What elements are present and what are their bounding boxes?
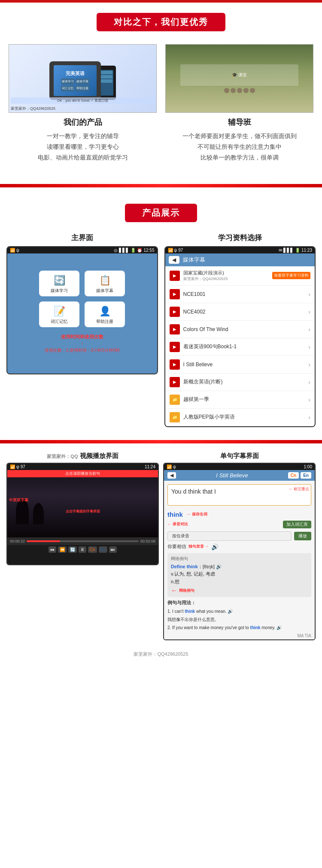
define-v: v.认为, 想, 记起, 考虑 bbox=[171, 570, 308, 578]
save-annot: ← 保存生词 bbox=[187, 512, 208, 517]
word-row: think ← 保存生词 bbox=[164, 509, 315, 520]
red-divider-1 bbox=[0, 184, 322, 187]
media-study-icon[interactable]: 🔄 媒体学习 bbox=[39, 271, 79, 296]
list-chevron-8: › bbox=[308, 414, 310, 421]
solo-annot: 独句发音 → bbox=[188, 544, 209, 549]
subtitle-main-text-box: You d think that I ← 标注重点 bbox=[167, 484, 311, 506]
media-study-label: 媒体学习 bbox=[51, 288, 68, 293]
video-player-body: 点击顶部播放当前句 点击左边播上一句 点击右边播下一句 随意复读控制 中英双字幕 bbox=[7, 470, 158, 564]
our-product-point1: 一对一教学，更专注的辅导 bbox=[9, 131, 157, 142]
list-label-6: 新概念英语(片断) bbox=[183, 378, 223, 386]
list-item-7-left: 📁 越狱第一季 bbox=[170, 395, 209, 405]
usage-annot: 使用时间和使用次数 bbox=[12, 334, 153, 340]
help-label: 帮助注册 bbox=[96, 319, 113, 324]
main-statusbar: 📶 ψ ◎ ▋▋▋ 🔋 ⏰ 12:55 bbox=[7, 247, 157, 253]
ctrl-refresh-btn[interactable]: 🔄 bbox=[68, 546, 77, 553]
list-icon-2: ▶ bbox=[170, 307, 180, 317]
ctrl-back-btn[interactable]: ⏪ bbox=[58, 546, 67, 553]
list-item-0[interactable]: ▶ 国家宝藏(片段演示) 家里家外：QQ429620525 海量双字幕学习资料 bbox=[165, 266, 315, 286]
subtitle-statusbar: 📶 ψ 1:00 bbox=[164, 464, 315, 470]
list-label-8: 人教版PEP版小学英语 bbox=[183, 413, 235, 421]
video-statusbar: 📶 ψ 97 11:24 bbox=[7, 464, 158, 470]
list-item-4[interactable]: ▶ 着迷英语900句Book1-1 › bbox=[165, 338, 315, 356]
cn-text-content: 你要相信 bbox=[167, 543, 186, 550]
list-topbar: ◀ 媒体字幕 bbox=[165, 253, 315, 266]
subtitle-phone-screen: 📶 ψ 1:00 ◀ I Still Believe Cn En bbox=[163, 463, 316, 640]
en-btn[interactable]: En bbox=[301, 472, 311, 479]
list-item-2[interactable]: ▶ NCE4002 › bbox=[165, 303, 315, 321]
add-vocab-btn[interactable]: 加入词汇库 bbox=[283, 521, 311, 528]
help-register-icon[interactable]: 👤 帮助注册 bbox=[85, 301, 125, 327]
showcase-row: 主界面 📶 ψ ◎ ▋▋▋ 🔋 ⏰ 12:55 🔄 bbox=[6, 233, 316, 427]
list-icon-3: ▶ bbox=[170, 324, 180, 335]
media-subtitle-label: 媒体字幕 bbox=[96, 288, 113, 293]
list-chevron-1: › bbox=[308, 291, 310, 298]
material-time: 11:23 bbox=[301, 248, 312, 253]
list-item-2-left: ▶ NCE4002 bbox=[170, 307, 206, 317]
list-label-3: Colors Of The Wind bbox=[183, 326, 228, 332]
ctrl-prev-btn[interactable]: ⏮ bbox=[49, 546, 56, 553]
ctrl-next-btn[interactable]: ⏭ bbox=[109, 546, 117, 553]
example-1-num: 1. bbox=[167, 609, 171, 614]
material-mail-icon: ✉ bbox=[279, 248, 282, 253]
help-symbol: 👤 bbox=[87, 306, 123, 317]
list-item-8-left: 📁 人教版PEP版小学英语 bbox=[170, 412, 235, 422]
video-top-annot: 点击顶部播放当前句 bbox=[7, 470, 158, 477]
main-phone-screen: 📶 ψ ◎ ▋▋▋ 🔋 ⏰ 12:55 🔄 媒体学习 bbox=[6, 246, 158, 374]
list-item-7[interactable]: 📁 越狱第一季 › bbox=[165, 391, 315, 409]
compare-annot: ← 录音对比 bbox=[167, 521, 188, 527]
video-time-display: 11:24 bbox=[145, 464, 155, 469]
list-icon-8: 📁 bbox=[170, 412, 180, 422]
list-item-6[interactable]: ▶ 新概念英语(片断) › bbox=[165, 374, 315, 391]
tablet-screen: 完美英语 媒体学习 媒体字幕 词汇记忆 帮助注册 bbox=[54, 65, 97, 96]
record-row: 按住录音 播放 bbox=[164, 530, 315, 542]
list-back-btn[interactable]: ◀ bbox=[169, 256, 179, 264]
media-subtitle-icon[interactable]: 📋 媒体字幕 bbox=[85, 271, 125, 296]
list-chevron-3: › bbox=[308, 326, 310, 333]
comparison-row: 完美英语 媒体学习 媒体字幕 词汇记忆 帮助注册 bbox=[9, 44, 313, 163]
list-screen-body: ◀ 媒体字幕 ▶ 国家宝藏(片段演示) 家里家外：QQ429620525 海量双… bbox=[165, 253, 315, 426]
mark-annot: ← 标注重点 bbox=[289, 486, 309, 492]
net-label: 网络例句 bbox=[171, 556, 308, 562]
list-item-3[interactable]: ▶ Colors Of The Wind › bbox=[165, 321, 315, 338]
cn-btn[interactable]: Cn bbox=[288, 472, 299, 479]
record-btn[interactable]: 按住录音 bbox=[167, 531, 292, 541]
demo-section: 家里家外：QQ 视频播放界面 📶 ψ 97 11:24 点击顶部播放当前句 点击… bbox=[0, 448, 322, 649]
ctrl-pause-btn[interactable]: ⏸ bbox=[79, 546, 86, 553]
list-item-1[interactable]: ▶ NCE1001 › bbox=[165, 286, 315, 303]
progress-bar[interactable] bbox=[27, 540, 139, 542]
bilingual-annot: 中英双字幕 bbox=[9, 497, 28, 503]
our-product-title: 我们的产品 bbox=[9, 117, 157, 127]
vocab-memory-icon[interactable]: 📝 词汇记忆 bbox=[39, 301, 79, 327]
tutoring-point2: 不可能让所有学生的注意力集中 bbox=[165, 142, 313, 152]
save-vocab-row: ← 录音对比 加入词汇库 bbox=[164, 520, 315, 530]
material-statusbar-icons: ✉ ▋▋▋ 🔋 11:23 bbox=[279, 248, 312, 253]
list-item-8[interactable]: 📁 人教版PEP版小学英语 › bbox=[165, 409, 315, 426]
list-item-5[interactable]: ▶ I Still Believe › bbox=[165, 356, 315, 374]
material-battery: 🔋 bbox=[295, 248, 300, 253]
subtitle-time: 1:00 bbox=[304, 464, 312, 469]
list-highlight-0: 海量双字幕学习资料 bbox=[272, 272, 310, 279]
subtitle-back-btn[interactable]: ◀ bbox=[167, 472, 176, 479]
tutoring-point3: 比较单一的教学方法，很单调 bbox=[165, 152, 313, 163]
speak-icon: 🔊 bbox=[211, 543, 219, 550]
subtitle-screen-col: 单句字幕界面 📶 ψ 1:00 ◀ I Still Believe Cn bbox=[163, 452, 316, 640]
material-screen-title: 学习资料选择 bbox=[164, 233, 316, 243]
list-item-1-left: ▶ NCE1001 bbox=[170, 289, 206, 299]
progress-fill bbox=[27, 540, 60, 542]
ctrl-cn-btn[interactable]: Cn bbox=[88, 546, 97, 553]
app-image-box: 完美英语 媒体学习 媒体字幕 词汇记忆 帮助注册 bbox=[9, 44, 157, 113]
list-label-4: 着迷英语900句Book1-1 bbox=[183, 343, 237, 350]
example-1: 1. I can't think what you mean. 🔊 bbox=[167, 608, 311, 615]
define-n: n.想 bbox=[171, 578, 308, 586]
classroom-image-box: 🎓 课堂 bbox=[165, 44, 313, 113]
top-red-bar bbox=[0, 0, 322, 3]
list-item-4-left: ▶ 着迷英语900句Book1-1 bbox=[170, 342, 237, 352]
our-product-col: 完美英语 媒体学习 媒体字幕 词汇记忆 帮助注册 bbox=[9, 44, 157, 163]
list-chevron-6: › bbox=[308, 379, 310, 386]
red-divider-2 bbox=[0, 440, 322, 443]
play-btn[interactable]: 播放 bbox=[294, 532, 311, 540]
list-label-0a: 国家宝藏(片段演示) bbox=[183, 270, 228, 276]
ctrl-en-btn[interactable]: En bbox=[99, 546, 107, 553]
comparison-title-badge: 对比之下，我们更优秀 bbox=[97, 13, 225, 31]
